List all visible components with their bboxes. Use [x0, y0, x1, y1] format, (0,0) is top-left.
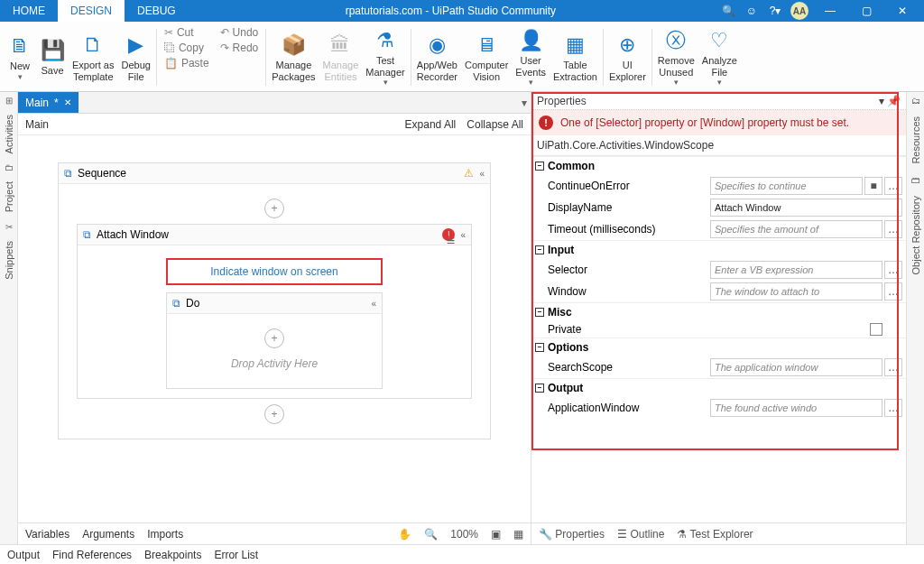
panel-pin-icon[interactable]: 📌	[887, 95, 901, 107]
user-events-button[interactable]: 👤User Events▾	[512, 23, 550, 91]
zoom-level[interactable]: 100%	[450, 528, 478, 541]
prop-checkbox[interactable]: ■	[864, 177, 882, 195]
sequence-activity[interactable]: ⧉ Sequence ⚠ « + ⧉ Attach Window ! «	[58, 162, 491, 439]
test-explorer-tab[interactable]: ⚗ Test Explorer	[677, 528, 753, 541]
add-activity-button[interactable]: +	[264, 328, 284, 348]
prop-selector-input[interactable]: Enter a VB expression	[710, 261, 882, 279]
collapse-icon[interactable]: «	[371, 299, 376, 309]
close-tab-icon[interactable]: ✕	[64, 97, 71, 107]
avatar[interactable]: AA	[790, 2, 808, 20]
category-misc[interactable]: −Misc	[531, 302, 906, 321]
tab-debug[interactable]: DEBUG	[125, 0, 189, 22]
copy-button[interactable]: ⿻Copy	[161, 41, 213, 55]
category-common[interactable]: −Common	[531, 156, 906, 175]
options-menu-icon[interactable]: ≡	[447, 233, 455, 249]
maximize-button[interactable]: ▢	[852, 5, 881, 17]
prop-window-input[interactable]: The window to attach to	[710, 282, 882, 300]
new-button[interactable]: 🗎New▾	[4, 23, 36, 91]
analyze-file-button[interactable]: ♡Analyze File▾	[698, 23, 741, 91]
tab-design[interactable]: DESIGN	[58, 0, 125, 22]
prop-continue-on-error-input[interactable]: Specifies to continue	[710, 177, 863, 195]
category-output[interactable]: −Output	[531, 378, 906, 397]
prop-private: Private	[548, 323, 710, 336]
table-extraction-button[interactable]: ▦Table Extraction	[550, 23, 601, 91]
design-canvas[interactable]: ⧉ Sequence ⚠ « + ⧉ Attach Window ! «	[18, 135, 531, 522]
rail-project[interactable]: Project	[4, 178, 14, 216]
properties-tab[interactable]: 🔧 Properties	[539, 528, 605, 541]
output-tab[interactable]: Output	[7, 549, 40, 561]
search-icon[interactable]: 🔍	[720, 3, 736, 19]
breakpoints-tab[interactable]: Breakpoints	[144, 549, 201, 561]
rail-snippets[interactable]: Snippets	[4, 237, 14, 283]
save-button[interactable]: 💾Save	[36, 23, 69, 91]
attach-window-icon: ⧉	[83, 228, 91, 241]
add-activity-button[interactable]: +	[264, 199, 284, 218]
properties-title: Properties	[537, 95, 587, 107]
export-template-button[interactable]: 🗋Export as Template	[69, 23, 117, 91]
minimize-button[interactable]: —	[816, 5, 845, 17]
ribbon: 🗎New▾ 💾Save 🗋Export as Template ▶Debug F…	[0, 22, 924, 92]
rail-activities[interactable]: Activities	[4, 111, 14, 157]
rail-object-repository[interactable]: Object Repository	[910, 192, 921, 278]
indicate-window-button[interactable]: Indicate window on screen	[166, 258, 383, 285]
imports-tab[interactable]: Imports	[147, 528, 183, 541]
prop-browse[interactable]: …	[884, 220, 902, 238]
test-manager-button[interactable]: ⚗Test Manager▾	[362, 23, 408, 91]
add-activity-button[interactable]: +	[264, 404, 284, 424]
panel-dropdown-icon[interactable]: ▾	[879, 95, 884, 107]
paste-button[interactable]: 📋Paste	[161, 56, 213, 70]
window-title: rpatutorials.com - UiPath Studio Communi…	[189, 0, 713, 22]
arguments-tab[interactable]: Arguments	[82, 528, 134, 541]
collapse-icon[interactable]: «	[479, 169, 485, 179]
fit-icon[interactable]: ▣	[491, 528, 501, 541]
cut-button[interactable]: ✂Cut	[161, 25, 213, 40]
prop-browse[interactable]: …	[884, 177, 902, 195]
prop-private-checkbox[interactable]	[870, 323, 882, 336]
pan-icon[interactable]: ✋	[398, 528, 411, 541]
find-references-tab[interactable]: Find References	[52, 549, 132, 561]
outline-tab[interactable]: ☰ Outline	[617, 528, 664, 541]
prop-browse[interactable]: …	[884, 358, 902, 376]
do-title: Do	[186, 297, 365, 310]
app-web-recorder-button[interactable]: ◉App/Web Recorder	[413, 23, 461, 91]
feedback-icon[interactable]: ☺	[744, 3, 760, 19]
prop-display-name-input[interactable]: Attach Window	[710, 199, 902, 217]
breadcrumb[interactable]: Main	[25, 118, 49, 131]
tab-home[interactable]: HOME	[0, 0, 58, 22]
document-tab[interactable]: Main*✕	[18, 92, 79, 113]
computer-vision-button[interactable]: 🖥Computer Vision	[461, 23, 512, 91]
prop-window: Window	[548, 285, 710, 298]
zoom-icon[interactable]: 🔍	[424, 528, 438, 541]
category-options[interactable]: −Options	[531, 337, 906, 356]
analyze-icon: ♡	[707, 28, 732, 53]
category-input[interactable]: −Input	[531, 240, 906, 259]
help-icon[interactable]: ?▾	[767, 3, 783, 19]
prop-browse[interactable]: …	[884, 399, 902, 417]
debug-file-button[interactable]: ▶Debug File	[117, 23, 153, 91]
expand-all-button[interactable]: Expand All	[405, 118, 457, 131]
remove-unused-button[interactable]: ⓧRemove Unused▾	[654, 23, 698, 91]
rail-resources[interactable]: Resources	[910, 113, 921, 168]
collapse-all-button[interactable]: Collapse All	[467, 118, 523, 131]
redo-button[interactable]: ↷Redo	[217, 41, 263, 55]
variables-tab[interactable]: Variables	[25, 528, 69, 541]
prop-browse[interactable]: …	[884, 282, 902, 300]
error-list-tab[interactable]: Error List	[214, 549, 258, 561]
close-button[interactable]: ✕	[888, 5, 917, 17]
overview-icon[interactable]: ▦	[513, 528, 523, 541]
attach-window-activity[interactable]: ⧉ Attach Window ! « ≡ Indicate window on…	[77, 224, 472, 399]
undo-button[interactable]: ↶Undo	[217, 25, 263, 40]
collapse-icon[interactable]: «	[460, 230, 466, 240]
prop-browse[interactable]: …	[884, 261, 902, 279]
target-icon: ⊕	[614, 32, 640, 58]
ui-explorer-button[interactable]: ⊕UI Explorer	[605, 23, 650, 91]
manage-packages-button[interactable]: 📦Manage Packages	[268, 23, 319, 91]
prop-application-window-input[interactable]: The found active windo	[710, 399, 882, 417]
tab-overflow-icon[interactable]: ▾	[522, 97, 527, 109]
prop-continue-on-error: ContinueOnError	[548, 180, 710, 192]
prop-timeout-input[interactable]: Specifies the amount of	[710, 220, 882, 238]
prop-search-scope-input[interactable]: The application window	[710, 358, 882, 376]
do-activity[interactable]: ⧉ Do « + Drop Activity Here	[166, 292, 383, 389]
drop-activity-placeholder[interactable]: Drop Activity Here	[178, 354, 371, 379]
cv-icon: 🖥	[474, 32, 499, 58]
